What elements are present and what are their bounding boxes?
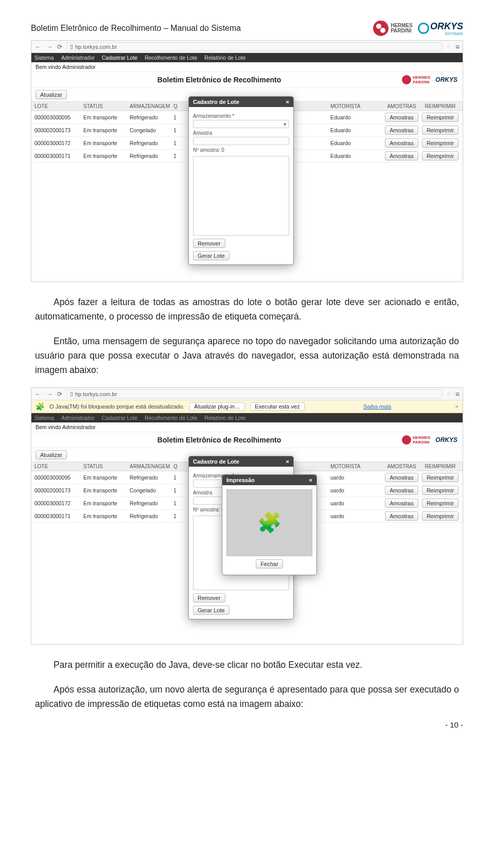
impressao-modal: Impressão × 🧩 Fechar bbox=[222, 474, 317, 575]
bookmark-star-icon[interactable]: ☆ bbox=[446, 43, 451, 50]
saiba-mais-link[interactable]: Saiba mais bbox=[363, 403, 391, 410]
reimprimir-button[interactable]: Reimprimir bbox=[422, 151, 458, 161]
armazenamento-select[interactable]: ▾ bbox=[193, 120, 289, 128]
cell-reimprimir: Reimprimir bbox=[421, 473, 460, 482]
app-menubar-dim: Sistema Administrador Cadastrar Lote Rec… bbox=[31, 413, 463, 422]
reimprimir-button[interactable]: Reimprimir bbox=[422, 499, 458, 508]
cell-lote: 000003000171 bbox=[34, 513, 83, 519]
cell-status: Em transporte bbox=[83, 474, 130, 481]
modal-close-icon[interactable]: × bbox=[286, 99, 289, 105]
amostras-button[interactable]: Amostras bbox=[385, 138, 418, 148]
cell-reimprimir: Reimprimir bbox=[421, 499, 460, 508]
page-icon: ▯ bbox=[70, 43, 73, 50]
executar-esta-vez-button[interactable]: Executar esta vez bbox=[250, 402, 304, 411]
amostra-listbox[interactable] bbox=[193, 156, 289, 236]
cell-q: 1 bbox=[173, 127, 186, 133]
col-amostras: AMOSTRAS bbox=[382, 464, 421, 469]
menu-cadastrar-lote[interactable]: Cadastrar Lote bbox=[102, 55, 137, 61]
header-logos: HERMES PARDINI ORKYS SISTEMAS bbox=[373, 21, 463, 36]
mini-hermes-label-2: PARDINI bbox=[413, 440, 429, 445]
mini-hermes-label-2: PARDINI bbox=[413, 80, 429, 84]
cell-arm: Refrigerado bbox=[130, 114, 173, 120]
address-bar[interactable]: ▯ hp.torkys.com.br bbox=[66, 42, 442, 51]
modal-close-icon[interactable]: × bbox=[286, 458, 289, 465]
back-icon[interactable]: ← bbox=[34, 43, 42, 51]
amostra-input[interactable] bbox=[193, 137, 289, 145]
cell-reimprimir: Reimprimir bbox=[421, 113, 460, 122]
col-q: Q bbox=[173, 464, 186, 469]
menu-relatorio[interactable]: Relatório de Lote bbox=[204, 55, 245, 61]
atualizar-plugin-button[interactable]: Atualizar plug-in… bbox=[189, 402, 245, 411]
browser-menu-icon[interactable]: ≡ bbox=[455, 43, 460, 51]
cadastro-lote-modal: Cadastro de Lote × Armazenamento * ▾ Amo… bbox=[188, 96, 294, 265]
torkys-text: ORKYS bbox=[430, 21, 463, 31]
reimprimir-button[interactable]: Reimprimir bbox=[422, 511, 458, 521]
cell-reimprimir: Reimprimir bbox=[421, 486, 460, 495]
cell-arm: Refrigerado bbox=[130, 140, 173, 146]
reload-icon[interactable]: ⟳ bbox=[57, 391, 62, 398]
cell-status: Em transporte bbox=[83, 153, 130, 159]
impressao-close-icon[interactable]: × bbox=[309, 477, 312, 483]
gerar-lote-button[interactable]: Gerar Lote bbox=[193, 606, 230, 615]
cell-reimprimir: Reimprimir bbox=[421, 151, 460, 161]
browser-menu-icon[interactable]: ≡ bbox=[455, 390, 460, 398]
col-status: STATUS bbox=[83, 103, 130, 109]
app-title-logos: HERMES PARDINI ORKYS bbox=[402, 75, 457, 84]
torkys-sub: SISTEMAS bbox=[430, 32, 463, 36]
cell-status: Em transporte bbox=[83, 487, 130, 493]
amostras-button[interactable]: Amostras bbox=[385, 151, 418, 161]
remover-button[interactable]: Remover bbox=[193, 593, 225, 603]
menu-cadastrar-lote[interactable]: Cadastrar Lote bbox=[102, 415, 137, 421]
cell-q: 1 bbox=[173, 140, 186, 146]
address-bar[interactable]: ▯ hp.torkys.com.br bbox=[66, 389, 442, 398]
forward-icon[interactable]: → bbox=[46, 43, 53, 51]
amostras-button[interactable]: Amostras bbox=[385, 113, 418, 122]
menu-recolhimento[interactable]: Recolhimento de Lote bbox=[145, 415, 197, 421]
amostras-button[interactable]: Amostras bbox=[385, 126, 418, 135]
amostras-button[interactable]: Amostras bbox=[385, 511, 418, 521]
fechar-button[interactable]: Fechar bbox=[256, 559, 283, 569]
col-lote: LOTE bbox=[34, 103, 83, 109]
cell-arm: Refrigerado bbox=[130, 513, 173, 519]
back-icon[interactable]: ← bbox=[34, 390, 42, 398]
infobar-close-icon[interactable]: × bbox=[455, 403, 458, 410]
reimprimir-button[interactable]: Reimprimir bbox=[422, 473, 458, 482]
menu-recolhimento[interactable]: Recolhimento de Lote bbox=[145, 55, 197, 61]
atualizar-button[interactable]: Atualizar bbox=[36, 90, 67, 99]
paragraph-2: Então, uma mensagem de segurança aparece… bbox=[35, 334, 459, 377]
forward-icon[interactable]: → bbox=[46, 390, 53, 398]
page-number: - 10 - bbox=[445, 720, 463, 729]
cell-arm: Congelado bbox=[130, 487, 173, 493]
amostras-button[interactable]: Amostras bbox=[385, 473, 418, 482]
plugin-placeholder: 🧩 bbox=[226, 489, 312, 556]
browser-toolbar: ← → ⟳ ▯ hp.torkys.com.br ☆ ≡ bbox=[31, 41, 463, 53]
cell-q: 1 bbox=[173, 114, 186, 120]
label-armazenamento: Armazenamento * bbox=[193, 113, 289, 119]
cell-amostras: Amostras bbox=[382, 473, 421, 482]
remover-button[interactable]: Remover bbox=[193, 239, 225, 248]
cell-arm: Refrigerado bbox=[130, 153, 173, 159]
cell-amostras: Amostras bbox=[382, 138, 421, 148]
reimprimir-button[interactable]: Reimprimir bbox=[422, 126, 458, 135]
menu-administrador[interactable]: Administrador bbox=[61, 415, 95, 421]
menu-relatorio[interactable]: Relatório de Lote bbox=[204, 415, 245, 421]
atualizar-button[interactable]: Atualizar bbox=[36, 450, 67, 459]
amostras-button[interactable]: Amostras bbox=[385, 499, 418, 508]
menu-sistema[interactable]: Sistema bbox=[34, 415, 54, 421]
reload-icon[interactable]: ⟳ bbox=[57, 43, 62, 50]
amostras-button[interactable]: Amostras bbox=[385, 486, 418, 495]
mini-torkys-text: ORKYS bbox=[435, 76, 457, 83]
col-arm: ARMAZENAGEM bbox=[130, 103, 173, 109]
bookmark-star-icon[interactable]: ☆ bbox=[446, 391, 451, 397]
reimprimir-button[interactable]: Reimprimir bbox=[422, 113, 458, 122]
menu-sistema[interactable]: Sistema bbox=[34, 55, 54, 61]
app-title-logos: HERMES PARDINI ORKYS bbox=[402, 435, 457, 445]
reimprimir-button[interactable]: Reimprimir bbox=[422, 486, 458, 495]
menu-administrador[interactable]: Administrador bbox=[61, 55, 95, 61]
reimprimir-button[interactable]: Reimprimir bbox=[422, 138, 458, 148]
impressao-title: Impressão bbox=[226, 477, 255, 483]
cell-lote: 000002000173 bbox=[34, 487, 83, 493]
url-text: hp.torkys.com.br bbox=[75, 391, 117, 397]
gerar-lote-button[interactable]: Gerar Lote bbox=[193, 251, 230, 260]
label-n-amostra: Nº amostra: 0 bbox=[193, 147, 289, 153]
